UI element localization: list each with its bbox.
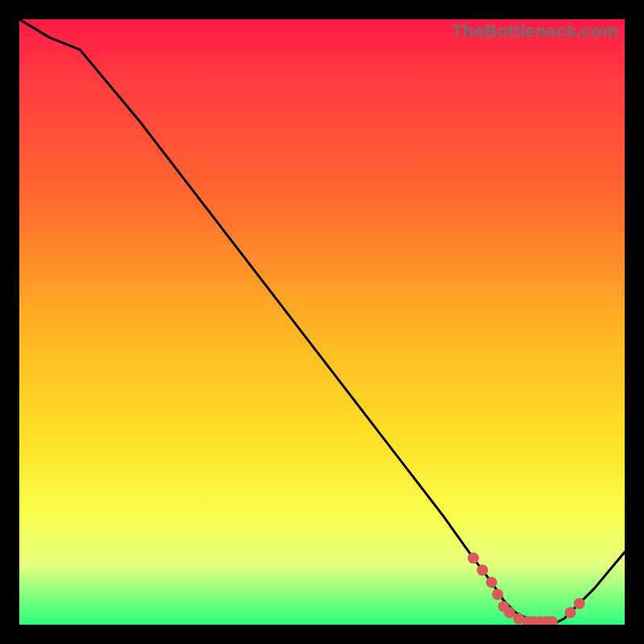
- curve-markers: [468, 552, 585, 625]
- curve-marker: [574, 598, 585, 609]
- bottleneck-curve: [19, 19, 625, 625]
- curve-svg: [19, 19, 625, 625]
- curve-marker: [477, 564, 488, 576]
- curve-marker: [486, 576, 497, 588]
- curve-marker: [468, 552, 479, 564]
- curve-marker: [492, 588, 503, 600]
- chart-frame: TheBottleneck.com: [0, 0, 644, 644]
- plot-area: TheBottleneck.com: [19, 19, 625, 625]
- curve-marker: [564, 607, 576, 618]
